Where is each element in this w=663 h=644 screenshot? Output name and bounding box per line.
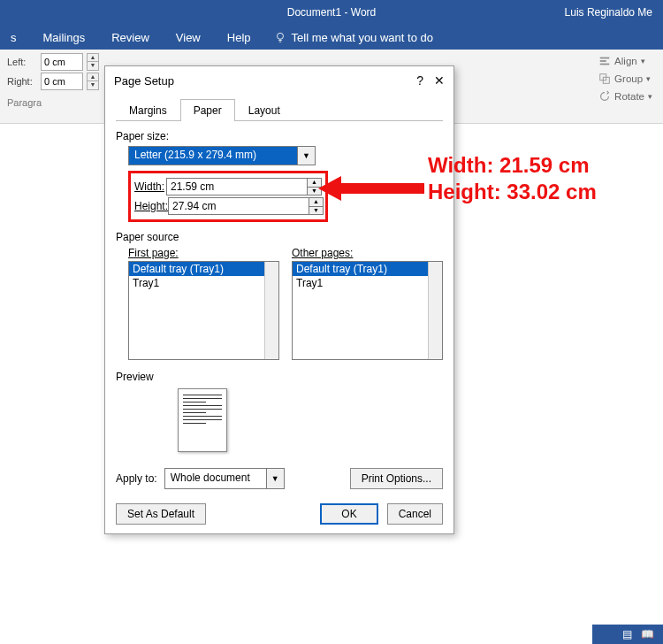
ribbon-tab-review[interactable]: Review — [108, 27, 153, 48]
indent-left-label: Left: — [7, 57, 37, 67]
ok-button[interactable]: OK — [320, 503, 377, 525]
lightbulb-icon — [274, 31, 286, 43]
svg-rect-1 — [600, 58, 610, 59]
tab-paper[interactable]: Paper — [180, 99, 235, 121]
apply-to-combo[interactable]: Whole document ▼ — [164, 468, 285, 489]
tab-layout[interactable]: Layout — [235, 99, 293, 121]
chevron-down-icon[interactable]: ▼ — [266, 469, 284, 488]
indent-left-input[interactable] — [41, 53, 83, 71]
group-button[interactable]: Group▾ — [598, 73, 652, 85]
chevron-down-icon: ▾ — [646, 74, 651, 83]
height-input[interactable] — [169, 198, 309, 214]
other-pages-list[interactable]: Default tray (Tray1) Tray1 — [292, 261, 443, 360]
chevron-down-icon: ▾ — [641, 57, 645, 65]
ribbon-tab-partial[interactable]: s — [7, 27, 20, 48]
first-page-list[interactable]: Default tray (Tray1) Tray1 — [128, 261, 279, 360]
indent-right-input[interactable] — [41, 73, 83, 90]
annotation-width: Width: 21.59 cm — [428, 152, 597, 179]
list-item[interactable]: Default tray (Tray1) — [129, 262, 278, 276]
document-title: Document1 - Word — [287, 6, 376, 19]
print-options-button[interactable]: Print Options... — [350, 468, 443, 489]
ribbon-tab-help[interactable]: Help — [224, 27, 255, 48]
page-setup-dialog: Page Setup ? ✕ Margins Paper Layout Pape… — [104, 65, 454, 534]
dialog-close-button[interactable]: ✕ — [434, 73, 445, 88]
paragraph-caption: Paragra — [7, 92, 99, 108]
book-icon[interactable]: 📖 — [641, 628, 654, 640]
svg-point-0 — [277, 33, 283, 39]
paper-source-label: Paper source — [116, 231, 443, 243]
ribbon-tab-view[interactable]: View — [172, 27, 204, 48]
dialog-tabs: Margins Paper Layout — [116, 98, 443, 121]
apply-to-label: Apply to: — [116, 472, 157, 485]
width-input[interactable] — [167, 179, 307, 195]
indent-right-spinner[interactable]: ▲▼ — [87, 73, 99, 90]
list-item[interactable]: Tray1 — [293, 276, 442, 290]
width-label: Width: — [134, 180, 166, 193]
apply-to-value: Whole document — [165, 469, 266, 488]
annotation-arrow — [318, 173, 424, 203]
width-height-highlight: Width: ▲▼ Height: ▲▼ — [128, 171, 328, 222]
user-name: Luis Reginaldo Me — [565, 6, 652, 19]
indent-left-spinner[interactable]: ▲▼ — [87, 53, 99, 71]
align-icon — [598, 55, 611, 67]
page-preview — [178, 388, 227, 452]
list-item[interactable]: Default tray (Tray1) — [293, 262, 442, 276]
view-icon[interactable]: ▤ — [622, 628, 632, 640]
first-page-label: First page: — [128, 247, 279, 259]
paper-size-combo[interactable]: Letter (215.9 x 279.4 mm) ▼ — [128, 146, 316, 165]
ribbon-tab-mailings[interactable]: Mailings — [40, 27, 89, 48]
annotation-height: Height: 33.02 cm — [428, 179, 597, 205]
height-label: Height: — [134, 200, 168, 212]
svg-rect-2 — [600, 60, 606, 62]
rotate-icon — [598, 90, 611, 103]
tab-margins[interactable]: Margins — [116, 99, 180, 121]
paragraph-group: Left: ▲▼ Right: ▲▼ Paragra — [7, 53, 99, 108]
paper-size-label: Paper size: — [116, 130, 443, 142]
scrollbar[interactable] — [264, 262, 278, 359]
chevron-down-icon[interactable]: ▼ — [297, 147, 315, 165]
scrollbar[interactable] — [428, 262, 442, 359]
dialog-title: Page Setup — [114, 74, 174, 88]
tell-me-search[interactable]: Tell me what you want to do — [274, 31, 433, 44]
align-button[interactable]: Align▾ — [598, 55, 652, 67]
paper-size-value: Letter (215.9 x 279.4 mm) — [129, 147, 297, 165]
tell-me-label: Tell me what you want to do — [292, 31, 433, 44]
status-bar: ▤ 📖 — [592, 625, 663, 644]
ribbon-tabs: s Mailings Review View Help Tell me what… — [0, 25, 663, 50]
arrange-group: Align▾ Group▾ Rotate▾ — [598, 55, 652, 103]
set-as-default-button[interactable]: Set As Default — [116, 503, 206, 525]
preview-label: Preview — [116, 371, 443, 383]
svg-marker-6 — [318, 176, 424, 201]
indent-right-label: Right: — [7, 76, 37, 87]
title-bar: Document1 - Word Luis Reginaldo Me — [0, 0, 663, 25]
dialog-help-button[interactable]: ? — [416, 73, 423, 88]
group-icon — [598, 73, 611, 85]
svg-rect-3 — [600, 64, 610, 65]
list-item[interactable]: Tray1 — [129, 276, 278, 290]
chevron-down-icon: ▾ — [648, 92, 652, 101]
cancel-button[interactable]: Cancel — [387, 503, 443, 525]
rotate-button[interactable]: Rotate▾ — [598, 90, 652, 103]
other-pages-label: Other pages: — [292, 247, 443, 259]
annotation-text: Width: 21.59 cm Height: 33.02 cm — [428, 152, 597, 205]
